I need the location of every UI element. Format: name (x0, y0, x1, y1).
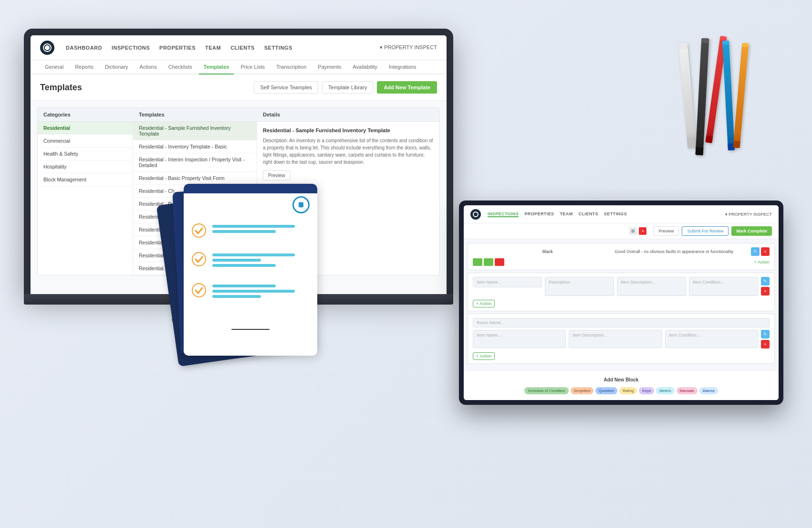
tablet-row-3-action: + Action (473, 351, 770, 359)
tablet-desc-field-3[interactable]: Item Description... (569, 330, 662, 348)
category-hospitality[interactable]: Hospitality (38, 160, 133, 173)
tablet-desc-2: Description (545, 277, 614, 296)
template-library-button[interactable]: Template Library (322, 81, 373, 94)
checklist-item-2 (191, 252, 310, 269)
property-inspect-dropdown[interactable]: ▾ PROPERTY INSPECT (380, 44, 437, 51)
tablet-property-inspect[interactable]: ▾ PROPERTY INSPECT (725, 212, 772, 217)
tab-payments[interactable]: Payments (313, 60, 346, 74)
tablet-nav-settings[interactable]: SETTINGS (604, 211, 627, 217)
nav-inspections[interactable]: INSPECTIONS (112, 43, 150, 53)
tablet-item-desc-2: Item Description... (617, 277, 686, 296)
clipboard-header-bar (184, 184, 317, 193)
tab-integrations[interactable]: Integrations (384, 60, 421, 74)
nav-dashboard[interactable]: DASHBOARD (66, 43, 102, 53)
block-type-schedule[interactable]: Schedule of Condition (524, 387, 568, 394)
tablet-cond-field-2[interactable]: Item Condition... (689, 277, 758, 296)
col-header-templates: Templates (133, 108, 257, 122)
tablet-device: INSPECTIONS PROPERTIES TEAM CLIENTS SETT… (459, 201, 783, 405)
tablet-edit-icon-3[interactable]: ✎ (761, 330, 770, 338)
tablet-room-name-2: Item Name... (473, 277, 542, 287)
tab-price-lists[interactable]: Price Lists (236, 60, 270, 74)
tablet-cond-field-3[interactable]: Item Condition... (665, 330, 758, 348)
category-block-management[interactable]: Block Management (38, 173, 133, 186)
tablet-complete-button[interactable]: Mark Complete (731, 226, 772, 236)
tablet-action-btn-1[interactable]: + Action (754, 260, 770, 264)
tablet-edit-icon-2[interactable]: ✎ (761, 277, 770, 285)
tablet-preview-button[interactable]: Preview (653, 226, 679, 236)
tab-transcription[interactable]: Transcription (271, 60, 311, 74)
app-logo (40, 41, 54, 55)
add-new-template-button[interactable]: Add New Template (377, 81, 437, 94)
tablet-delete-icon-3[interactable]: × (761, 340, 770, 348)
add-new-block-label: Add New Block (468, 374, 775, 385)
tablet-icon-delete[interactable]: × (639, 227, 646, 235)
clipboard-logo-inner (300, 202, 302, 208)
tablet-screen: INSPECTIONS PROPERTIES TEAM CLIENTS SETT… (464, 205, 779, 400)
tablet-action-btn-3[interactable]: + Action (473, 352, 495, 360)
block-type-question[interactable]: Question (595, 387, 617, 394)
tablet-submit-button[interactable]: Submit For Review (682, 226, 729, 236)
nav-properties[interactable]: PROPERTIES (159, 43, 196, 53)
tablet-condition-text: Good Overall - no obvious faults in appe… (612, 247, 751, 256)
tab-actions[interactable]: Actions (135, 60, 162, 74)
svg-point-1 (192, 253, 206, 266)
tablet-nav-clients[interactable]: CLIENTS (579, 211, 598, 217)
tablet-item-name-field-2[interactable]: Item Name... (473, 277, 542, 287)
tab-dictionary[interactable]: Dictionary (100, 60, 133, 74)
tablet-row-1: Black Good Overall - no obvious faults i… (468, 243, 775, 270)
tablet-nav-inspections[interactable]: INSPECTIONS (488, 211, 519, 217)
nav-team[interactable]: TEAM (205, 43, 221, 53)
pen-blue (722, 41, 735, 150)
tablet-logo (470, 209, 481, 220)
tab-general[interactable]: General (40, 60, 68, 74)
tablet-row-3-content: Item Name... Item Description... Item Co… (473, 330, 770, 348)
tab-availability[interactable]: Availability (348, 60, 382, 74)
tablet-desc-field-2[interactable]: Description (545, 277, 614, 296)
tablet-nav-properties[interactable]: PROPERTIES (524, 211, 554, 217)
block-type-manuals[interactable]: Manuals (677, 387, 697, 394)
tablet-icon-copy[interactable]: ⊞ (629, 227, 637, 235)
tablet-color-value: Black (540, 247, 612, 256)
template-item-2[interactable]: Residential - Inventory Template - Basic (133, 140, 257, 153)
tablet-nav-team[interactable]: TEAM (560, 211, 573, 217)
tablet-row-1-icons: ✎ × (751, 247, 770, 256)
tablet-item-desc-field-2[interactable]: Item Description... (617, 277, 686, 296)
tablet-row-2-action: + Action (473, 298, 770, 307)
block-type-alarms[interactable]: Alarms (699, 387, 718, 394)
category-commercial[interactable]: Commercial (38, 135, 133, 148)
clipboard-logo-circle (292, 196, 310, 213)
tablet-content: Black Good Overall - no obvious faults i… (464, 239, 779, 370)
tablet-bottom: Add New Block Schedule of Condition Simp… (464, 370, 779, 400)
settings-tabs: General Reports Dictionary Actions Check… (31, 60, 447, 74)
block-type-rating[interactable]: Rating (619, 387, 637, 394)
template-item-3[interactable]: Residential - Interim Inspection / Prope… (133, 153, 257, 172)
checklist-item-1 (191, 223, 310, 238)
tablet-action-bar: ⊞ × Preview Submit For Review Mark Compl… (464, 223, 779, 239)
category-health-safety[interactable]: Health & Safety (38, 148, 133, 160)
tablet-delete-icon-1[interactable]: × (761, 247, 770, 256)
tablet-room-name-field-3[interactable]: Room Name... (473, 318, 770, 327)
template-item-1[interactable]: Residential - Sample Furnished Inventory… (133, 122, 257, 140)
tablet-name-field-3[interactable]: Item Name... (473, 330, 566, 348)
tablet-delete-icon-2[interactable]: × (761, 287, 770, 296)
block-type-meters[interactable]: Meters (656, 387, 674, 394)
tablet-edit-icon-1[interactable]: ✎ (751, 247, 760, 256)
tab-templates[interactable]: Templates (199, 60, 234, 74)
clipboard-content (184, 213, 317, 323)
clipboard-front (184, 184, 317, 356)
preview-button[interactable]: Preview (263, 170, 291, 180)
nav-clients[interactable]: CLIENTS (230, 43, 255, 53)
templates-header: Templates Self Service Teamples Template… (31, 74, 447, 101)
category-residential[interactable]: Residential (38, 122, 133, 135)
block-type-simplified[interactable]: Simplified (571, 387, 594, 394)
clipboard-signature (231, 329, 270, 330)
nav-settings[interactable]: SETTINGS (264, 43, 292, 53)
tab-checklists[interactable]: Checklists (164, 60, 197, 74)
block-type-keys[interactable]: Keys (639, 387, 654, 394)
app-header: DASHBOARD INSPECTIONS PROPERTIES TEAM CL… (31, 35, 447, 60)
tablet-header: INSPECTIONS PROPERTIES TEAM CLIENTS SETT… (464, 205, 779, 223)
tablet-action-btn-2[interactable]: + Action (473, 300, 495, 307)
tab-reports[interactable]: Reports (70, 60, 98, 74)
line-2b (212, 259, 261, 262)
self-service-button[interactable]: Self Service Teamples (254, 81, 318, 94)
